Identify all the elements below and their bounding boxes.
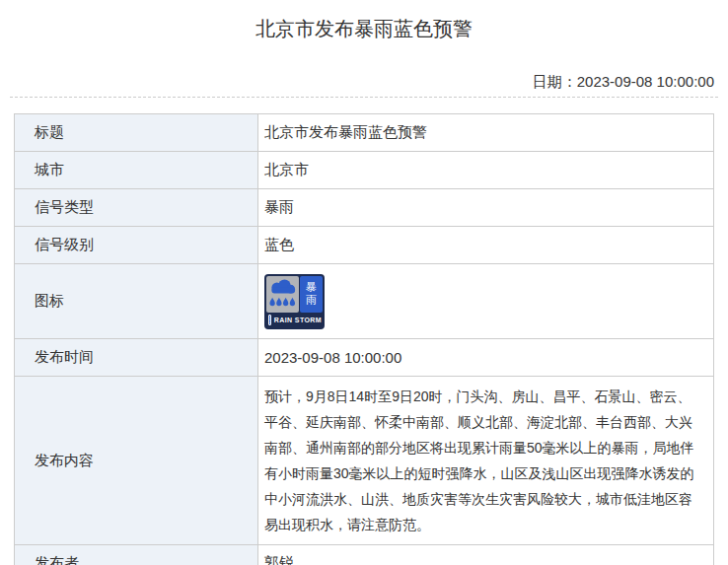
page-title: 北京市发布暴雨蓝色预警 <box>0 0 728 40</box>
row-value-icon: 暴 雨 蓝 RAIN STORM <box>258 264 714 339</box>
table-row-signal-level: 信号级别 蓝色 <box>15 227 714 264</box>
row-value-publish-content: 预计，9月8日14时至9日20时，门头沟、房山、昌平、石景山、密云、平谷、延庆南… <box>258 377 714 545</box>
row-value-signal-type: 暴雨 <box>258 189 714 227</box>
publish-date: 日期：2023-09-08 10:00:00 <box>0 74 728 90</box>
row-value-city: 北京市 <box>258 152 714 189</box>
row-value-signal-level: 蓝色 <box>258 227 714 264</box>
row-label-publish-content: 发布内容 <box>15 377 258 545</box>
warning-type-char-2: 雨 <box>300 294 323 307</box>
row-label-icon: 图标 <box>15 264 258 339</box>
warning-info-table: 标题 北京市发布暴雨蓝色预警 城市 北京市 信号类型 暴雨 信号级别 蓝色 图标 <box>14 113 714 565</box>
warning-level-badge: 蓝 <box>268 315 271 325</box>
row-value-title: 北京市发布暴雨蓝色预警 <box>258 114 714 152</box>
warning-icon-top: 暴 雨 <box>266 276 323 313</box>
rainstorm-blue-warning-icon: 暴 雨 蓝 RAIN STORM <box>264 274 325 329</box>
table-row-title: 标题 北京市发布暴雨蓝色预警 <box>15 114 714 152</box>
row-label-publish-time: 发布时间 <box>15 339 258 377</box>
row-label-signal-level: 信号级别 <box>15 227 258 264</box>
rain-cloud-icon <box>266 276 299 313</box>
table-row-signal-type: 信号类型 暴雨 <box>15 189 714 227</box>
row-label-publisher: 发布者 <box>15 545 258 565</box>
row-label-title: 标题 <box>15 114 258 152</box>
table-row-publisher: 发布者 郭锐 <box>15 545 714 565</box>
table-row-city: 城市 北京市 <box>15 152 714 189</box>
table-row-publish-content: 发布内容 预计，9月8日14时至9日20时，门头沟、房山、昌平、石景山、密云、平… <box>15 377 714 545</box>
dashed-separator <box>10 97 718 98</box>
row-value-publish-time: 2023-09-08 10:00:00 <box>258 339 714 377</box>
warning-type-vertical-label: 暴 雨 <box>300 276 323 313</box>
row-value-publisher: 郭锐 <box>258 545 714 565</box>
row-label-signal-type: 信号类型 <box>15 189 258 227</box>
warning-english-label: RAIN STORM <box>274 317 322 323</box>
table-row-publish-time: 发布时间 2023-09-08 10:00:00 <box>15 339 714 377</box>
table-row-icon: 图标 <box>15 264 714 339</box>
warning-icon-bottom-bar: 蓝 RAIN STORM <box>266 314 323 327</box>
weather-warning-page: 北京市发布暴雨蓝色预警 日期：2023-09-08 10:00:00 标题 北京… <box>0 0 728 565</box>
row-label-city: 城市 <box>15 152 258 189</box>
warning-type-char-1: 暴 <box>300 281 323 294</box>
